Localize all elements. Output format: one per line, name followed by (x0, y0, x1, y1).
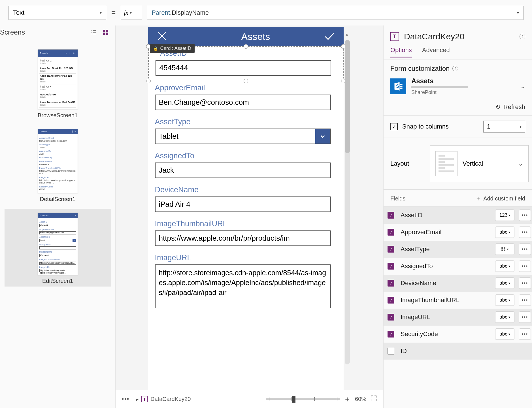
field-row[interactable]: ✓AssignedToabc▾••• (384, 258, 532, 275)
thumb-title: Assets (40, 52, 48, 55)
lock-icon: 🔒 (153, 46, 158, 51)
data-source-picker[interactable]: S Assets SharePoint ⌄ (390, 77, 525, 95)
card-select[interactable]: Tablet (155, 129, 331, 144)
field-checkbox[interactable]: ✓ (388, 229, 394, 236)
layout-picker[interactable]: Vertical ⌄ (430, 145, 529, 182)
card-label: ApproverEmail (155, 84, 337, 92)
field-more-icon[interactable]: ••• (519, 260, 531, 272)
columns-count-select[interactable]: 1 ▾ (483, 121, 525, 133)
grid-view-icon[interactable] (102, 29, 109, 36)
field-row[interactable]: ✓ImageURLabc▾••• (384, 309, 532, 326)
zoom-slider[interactable] (266, 398, 340, 400)
field-more-icon[interactable]: ••• (519, 210, 531, 221)
card-textarea[interactable]: http://store.storeimages.cdn-apple.com/8… (155, 264, 331, 308)
form-card[interactable]: ApproverEmailBen.Change@contoso.com (148, 81, 344, 115)
field-row[interactable]: ✓AssetID123▾••• (384, 207, 532, 224)
card-input[interactable]: Jack (155, 163, 331, 178)
field-checkbox[interactable]: ✓ (388, 280, 394, 287)
status-bar: ••• ▸ T DataCardKey20 − ＋ 60% (116, 390, 383, 408)
field-checkbox[interactable]: ✓ (388, 297, 394, 304)
tab-advanced[interactable]: Advanced (422, 46, 450, 57)
field-type-selector[interactable]: abc▾ (495, 328, 514, 340)
field-type-selector[interactable]: abc▾ (495, 277, 514, 289)
field-row[interactable]: ✓ImageThumbnailURLabc▾••• (384, 292, 532, 309)
form-card[interactable]: ImageURLhttp://store.storeimages.cdn-app… (148, 251, 344, 313)
card-tooltip-text: Card : AssetID (160, 46, 191, 51)
scroll-up-icon[interactable]: ▲ (345, 32, 350, 37)
fields-label: Fields (390, 195, 405, 202)
field-row[interactable]: ✓AssetType▾••• (384, 241, 532, 258)
canvas[interactable]: 🔒 Card : AssetID Assets * AssetID4545444… (148, 27, 344, 408)
field-checkbox[interactable]: ✓ (388, 246, 394, 253)
card-label: ImageURL (155, 253, 337, 262)
formula-bar: Text ▾ = fx ▾ Parent.DisplayName ▾ (0, 0, 532, 25)
thumb-title: Assets (41, 130, 47, 133)
screens-panel-title: Screens (0, 28, 25, 36)
card-input[interactable]: 4545444 (156, 60, 331, 76)
tab-options[interactable]: Options (390, 46, 412, 57)
field-type-selector[interactable]: ▾ (495, 243, 514, 255)
field-checkbox[interactable]: ✓ (388, 331, 394, 337)
card-label: AssignedTo (155, 151, 337, 160)
field-row[interactable]: ✓ID (384, 343, 532, 360)
more-menu-icon[interactable]: ••• (122, 396, 129, 402)
field-checkbox[interactable]: ✓ (388, 314, 394, 321)
property-selector[interactable]: Text ▾ (8, 6, 106, 20)
screen-thumbnail-edit[interactable]: ✕Assets✓ AssetID4545444ApproverEmailBen.… (5, 209, 111, 287)
chevron-down-icon[interactable]: ⌄ (520, 83, 525, 90)
refresh-icon: ↻ (495, 103, 501, 111)
field-more-icon[interactable]: ••• (519, 277, 531, 289)
layout-value: Vertical (463, 160, 483, 167)
zoom-in-button[interactable]: ＋ (344, 394, 351, 404)
chevron-down-icon: ▾ (100, 10, 102, 15)
resize-handle[interactable] (244, 44, 248, 49)
form-card[interactable]: AssetTypeTablet (148, 115, 344, 149)
card-input[interactable]: Ben.Change@contoso.com (155, 95, 331, 110)
svg-rect-0 (103, 30, 105, 32)
form-card[interactable]: AssignedToJack (148, 149, 344, 183)
cancel-icon[interactable] (155, 29, 169, 44)
snap-to-columns-checkbox[interactable]: ✓ (390, 123, 398, 130)
help-icon[interactable]: ? (452, 66, 458, 71)
field-type-selector[interactable]: 123▾ (495, 210, 514, 221)
field-row[interactable]: ✓DeviceNameabc▾••• (384, 275, 532, 292)
field-more-icon[interactable]: ••• (519, 227, 531, 238)
fit-to-screen-icon[interactable] (370, 395, 377, 403)
zoom-out-button[interactable]: − (258, 395, 262, 403)
field-more-icon[interactable]: ••• (519, 311, 531, 323)
layout-label: Layout (390, 160, 409, 167)
field-row[interactable]: ✓SecurityCodeabc▾••• (384, 326, 532, 343)
chevron-right-icon: ▸ (136, 396, 139, 403)
resize-handle[interactable] (244, 79, 248, 83)
field-more-icon[interactable]: ••• (519, 294, 531, 306)
field-type-selector[interactable]: abc▾ (495, 227, 514, 238)
field-checkbox[interactable]: ✓ (388, 263, 394, 270)
add-custom-field-button[interactable]: ＋Add custom field (475, 195, 525, 202)
field-more-icon[interactable]: ••• (519, 243, 531, 255)
breadcrumb[interactable]: ▸ T DataCardKey20 (136, 396, 191, 403)
field-row[interactable]: ✓ApproverEmailabc▾••• (384, 224, 532, 241)
field-checkbox[interactable]: ✓ (388, 348, 394, 354)
submit-icon[interactable] (322, 29, 337, 44)
refresh-label: Refresh (503, 103, 525, 111)
fx-button[interactable]: fx ▾ (121, 6, 142, 20)
card-input[interactable]: iPad Air 4 (155, 196, 331, 212)
resize-handle[interactable] (146, 79, 151, 83)
help-icon[interactable]: ? (520, 34, 525, 39)
field-type-selector[interactable]: abc▾ (495, 260, 514, 272)
chevron-down-icon: ▾ (517, 10, 519, 15)
card-input[interactable]: https://www.apple.com/br/pr/products/im (155, 230, 331, 246)
field-checkbox[interactable]: ✓ (388, 212, 394, 219)
formula-input[interactable]: Parent.DisplayName ▾ (147, 6, 524, 20)
field-more-icon[interactable]: ••• (519, 328, 531, 340)
screen-thumbnail-detail[interactable]: ‹Assets🗑 ✎ ApproverEmailBen.Change@conto… (5, 125, 111, 205)
screen-thumbnail-browse[interactable]: Assets○ ↕ ＋ iPad Air 2detailsAsus Zen Bo… (5, 45, 111, 121)
canvas-scrollbar[interactable]: ▲ (344, 27, 351, 369)
form-card[interactable]: ImageThumbnailURLhttps://www.apple.com/b… (148, 217, 344, 251)
svg-rect-5 (501, 247, 503, 249)
form-card[interactable]: DeviceNameiPad Air 4 (148, 183, 344, 217)
field-type-selector[interactable]: abc▾ (495, 294, 514, 306)
list-view-icon[interactable] (90, 29, 97, 36)
refresh-button[interactable]: ↻ Refresh (384, 101, 532, 115)
field-type-selector[interactable]: abc▾ (495, 311, 514, 323)
